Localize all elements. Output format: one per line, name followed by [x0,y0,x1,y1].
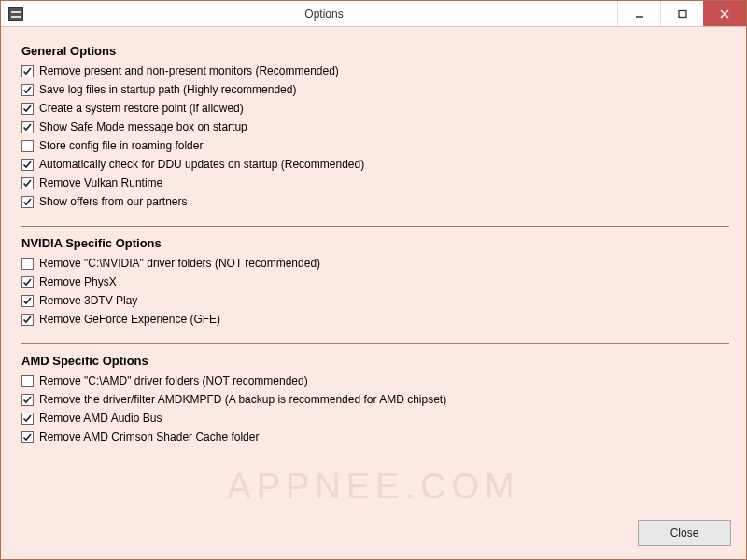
general-option-label: Store config file in roaming folder [39,139,203,152]
general-checkbox[interactable] [21,65,34,77]
general-checkbox[interactable] [21,177,34,189]
amd-option-row: Remove the driver/filter AMDKMPFD (A bac… [21,390,729,409]
nvidia-heading: NVIDIA Specific Options [21,236,729,250]
app-icon [8,7,23,21]
general-option-row: Create a system restore point (if allowe… [21,99,729,118]
amd-option-label: Remove AMD Crimson Shader Cache folder [39,430,259,443]
amd-checkbox[interactable] [21,413,34,425]
general-option-label: Show offers from our partners [39,195,188,208]
window-title: Options [31,1,617,26]
amd-checkbox[interactable] [21,394,34,406]
nvidia-checkbox[interactable] [21,314,34,326]
options-window: Options General Options Remove present a… [0,0,747,560]
nvidia-option-label: Remove 3DTV Play [39,294,137,307]
amd-checkbox[interactable] [21,375,34,387]
amd-option-row: Remove "C:\AMD" driver folders (NOT reco… [21,371,729,390]
general-option-label: Remove present and non-present monitors … [39,64,339,77]
nvidia-option-row: Remove "C:\NVIDIA" driver folders (NOT r… [21,254,729,273]
nvidia-option-label: Remove PhysX [39,275,117,288]
amd-option-label: Remove the driver/filter AMDKMPFD (A bac… [39,393,446,406]
general-option-row: Remove Vulkan Runtime [21,174,729,192]
divider [21,226,729,227]
nvidia-option-row: Remove PhysX [21,273,729,291]
close-icon [720,9,729,19]
general-option-label: Automatically check for DDU updates on s… [39,158,364,171]
general-option-label: Show Safe Mode message box on startup [39,120,247,133]
svg-rect-1 [679,10,686,17]
amd-option-label: Remove "C:\AMD" driver folders (NOT reco… [39,374,308,387]
titlebar: Options [1,1,746,27]
nvidia-option-row: Remove 3DTV Play [21,291,729,310]
nvidia-option-row: Remove GeForce Experience (GFE) [21,310,729,329]
general-checkbox[interactable] [21,103,34,115]
general-option-label: Save log files in startup path (Highly r… [39,83,296,96]
divider [21,343,729,344]
maximize-button[interactable] [660,1,703,26]
general-heading: General Options [21,44,729,58]
maximize-icon [678,9,687,19]
client-area: General Options Remove present and non-p… [1,27,746,511]
amd-option-row: Remove AMD Crimson Shader Cache folder [21,427,729,446]
nvidia-options-list: Remove "C:\NVIDIA" driver folders (NOT r… [21,254,729,329]
general-option-row: Remove present and non-present monitors … [21,62,729,80]
general-option-row: Store config file in roaming folder [21,136,729,155]
minimize-button[interactable] [617,1,660,26]
general-checkbox[interactable] [21,84,34,96]
general-option-row: Show Safe Mode message box on startup [21,118,729,136]
nvidia-checkbox[interactable] [21,258,34,270]
app-icon-holder [1,1,31,26]
general-option-label: Create a system restore point (if allowe… [39,102,244,115]
general-option-row: Save log files in startup path (Highly r… [21,80,729,99]
general-option-label: Remove Vulkan Runtime [39,176,162,189]
general-option-row: Automatically check for DDU updates on s… [21,155,729,174]
close-button[interactable]: Close [638,520,731,546]
general-options-list: Remove present and non-present monitors … [21,62,729,211]
nvidia-option-label: Remove "C:\NVIDIA" driver folders (NOT r… [39,257,320,270]
amd-option-label: Remove AMD Audio Bus [39,412,162,425]
amd-checkbox[interactable] [21,431,34,443]
general-checkbox[interactable] [21,121,34,133]
window-close-button[interactable] [703,1,746,26]
nvidia-checkbox[interactable] [21,276,34,288]
footer: Close [1,511,746,559]
nvidia-option-label: Remove GeForce Experience (GFE) [39,313,220,326]
general-checkbox[interactable] [21,196,34,208]
nvidia-checkbox[interactable] [21,295,34,307]
amd-heading: AMD Specific Options [21,354,729,368]
general-option-row: Show offers from our partners [21,192,729,211]
window-controls [617,1,746,26]
amd-option-row: Remove AMD Audio Bus [21,409,729,427]
minimize-icon [635,9,644,19]
general-checkbox[interactable] [21,159,34,171]
amd-options-list: Remove "C:\AMD" driver folders (NOT reco… [21,371,729,446]
general-checkbox[interactable] [21,140,34,152]
